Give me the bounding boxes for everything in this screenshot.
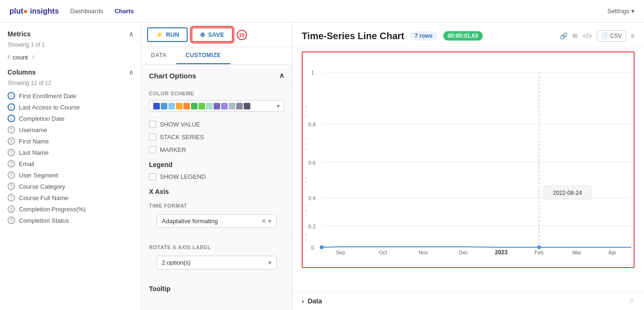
svg-text:Mar: Mar: [572, 250, 581, 255]
svg-text:Sep: Sep: [336, 250, 345, 255]
code-icon[interactable]: </>: [583, 32, 592, 40]
metrics-title: Metrics: [8, 30, 31, 38]
color-13: [244, 103, 250, 109]
nav-dashboards[interactable]: Dashboards: [70, 8, 103, 15]
time-format-label: TIME FORMAT: [149, 203, 284, 209]
show-legend-row[interactable]: SHOW LEGEND: [141, 170, 292, 183]
show-value-row[interactable]: SHOW VALUE: [141, 118, 292, 131]
question-icon-3: ?: [8, 149, 15, 156]
col-completion-date[interactable]: ○ Completion Date: [0, 113, 141, 124]
col-completion-status[interactable]: ? Completion Status: [0, 215, 141, 226]
svg-text:0.6: 0.6: [308, 160, 315, 166]
tab-customize[interactable]: CUSTOMIZE: [176, 47, 231, 64]
show-legend-checkbox[interactable]: [149, 173, 156, 180]
tooltip-title: Tooltip: [141, 280, 292, 294]
chart-area: Time-Series Line Chart 7 rows 00:00:01.6…: [292, 23, 644, 310]
rotate-select-row: 2 option(s) ▾: [149, 254, 284, 274]
chevron-right-icon: ›: [302, 297, 304, 305]
color-4: [176, 103, 182, 109]
col-username[interactable]: ? Username: [0, 124, 141, 135]
marker-checkbox[interactable]: [149, 146, 156, 153]
col-course-category[interactable]: ? Course Category: [0, 181, 141, 192]
stack-series-checkbox[interactable]: [149, 134, 156, 141]
svg-point-38: [537, 245, 541, 249]
question-icon-1: ?: [8, 126, 15, 134]
rotate-select[interactable]: 2 option(s) ▾: [157, 256, 277, 269]
logo-text: plut● insights: [9, 7, 59, 16]
columns-section: Columns ∧ Showing 12 of 12 ○ First Enrol…: [0, 68, 141, 226]
color-6: [191, 103, 198, 109]
stack-series-row[interactable]: STACK SERIES: [141, 131, 292, 143]
col-first-name[interactable]: ? First Name: [0, 135, 141, 147]
collapse-metrics-icon[interactable]: ∧: [129, 30, 133, 38]
time-format-select[interactable]: Adaptative formating ✕ ▾: [157, 214, 277, 228]
link-icon[interactable]: 🔗: [560, 32, 568, 40]
date-icon: ○: [8, 92, 15, 100]
csv-button[interactable]: 📄 CSV: [597, 30, 626, 42]
col-course-full-name[interactable]: ? Course Full Name: [0, 192, 141, 203]
stack-series-label: STACK SERIES: [160, 134, 204, 141]
menu-icon[interactable]: ≡: [631, 32, 635, 40]
col-last-access[interactable]: ○ Last Access to Course: [0, 101, 141, 113]
svg-text:-: -: [305, 113, 306, 118]
color-10: [221, 103, 228, 109]
metric-count: f count ?: [0, 52, 141, 63]
chevron-down-icon: ✕ ▾: [261, 218, 272, 225]
col-completion-progress[interactable]: # Completion Progress(%): [0, 203, 141, 215]
tab-data[interactable]: DATA: [141, 47, 176, 64]
svg-text:-: -: [305, 212, 306, 218]
metric-name: count: [13, 54, 28, 61]
xaxis-title: X Axis: [141, 183, 292, 197]
show-value-checkbox[interactable]: [149, 121, 156, 128]
color-7: [198, 103, 205, 109]
collapse-columns-icon[interactable]: ∧: [129, 68, 133, 76]
svg-text:Dec: Dec: [459, 250, 468, 255]
col-first-enrollment-date[interactable]: ○ First Enrollment Date: [0, 90, 141, 101]
save-button[interactable]: ⊕ SAVE: [191, 27, 232, 42]
metrics-section-header: Metrics ∧: [0, 30, 141, 42]
left-sidebar: Metrics ∧ Showing 1 of 1 f count ? Colum…: [0, 23, 141, 310]
chart-header: Time-Series Line Chart 7 rows 00:00:01.6…: [292, 23, 644, 47]
color-scheme-picker[interactable]: ▾: [149, 100, 284, 112]
color-9: [214, 103, 220, 109]
rows-badge: 7 rows: [410, 31, 437, 41]
svg-text:2022-08-24: 2022-08-24: [553, 190, 582, 196]
svg-text:-: -: [305, 236, 306, 241]
date-icon-3: ○: [8, 115, 15, 122]
data-section[interactable]: › Data ≡: [292, 292, 644, 310]
panel-content: Chart Options ∧ COLOR SCHEME: [141, 65, 292, 310]
color-3: [168, 103, 175, 109]
col-email[interactable]: ? Email: [0, 158, 141, 169]
chart-canvas: 1 - - - 0.8 - - - 0.6 - - - 0.4 - - - 0.…: [292, 47, 644, 292]
color-2: [161, 103, 167, 109]
marker-label: MARKER: [160, 146, 186, 153]
question-icon-6: ?: [8, 183, 15, 190]
run-button[interactable]: ⚡ RUN: [147, 27, 188, 42]
rotate-group: ROTATE X AXIS LABEL 2 option(s) ▾: [141, 239, 292, 280]
chevron-down-icon: ▾: [268, 259, 272, 266]
toolbar: ⚡ RUN ⊕ SAVE 10: [141, 23, 292, 47]
col-last-name[interactable]: ? Last Name: [0, 147, 141, 158]
collapse-options-icon[interactable]: ∧: [279, 71, 284, 80]
drag-handle: ≡: [629, 297, 635, 305]
unsaved-count-badge: 10: [237, 30, 247, 40]
metric-info-icon[interactable]: ?: [32, 55, 34, 60]
email-icon[interactable]: ✉: [572, 32, 578, 40]
svg-text:2023: 2023: [495, 249, 508, 256]
chevron-down-icon: ▾: [631, 8, 635, 15]
chart-options-title: Chart Options: [149, 72, 196, 80]
svg-text:0: 0: [311, 245, 314, 251]
hash-icon: #: [8, 205, 15, 213]
settings-button[interactable]: Settings ▾: [607, 8, 635, 15]
col-user-segment[interactable]: ? User Segment: [0, 169, 141, 181]
logo: plut● insights: [9, 7, 59, 16]
showing-metrics: Showing 1 of 1: [0, 42, 141, 48]
marker-row[interactable]: MARKER: [141, 143, 292, 156]
svg-text:-: -: [305, 184, 306, 189]
show-legend-label: SHOW LEGEND: [160, 173, 206, 180]
svg-text:Apr: Apr: [608, 250, 616, 255]
csv-label: CSV: [610, 33, 622, 39]
nav-charts[interactable]: Charts: [115, 8, 134, 15]
top-nav: plut● insights Dashboards Charts Setting…: [0, 0, 644, 23]
chart-title: Time-Series Line Chart: [302, 31, 404, 42]
